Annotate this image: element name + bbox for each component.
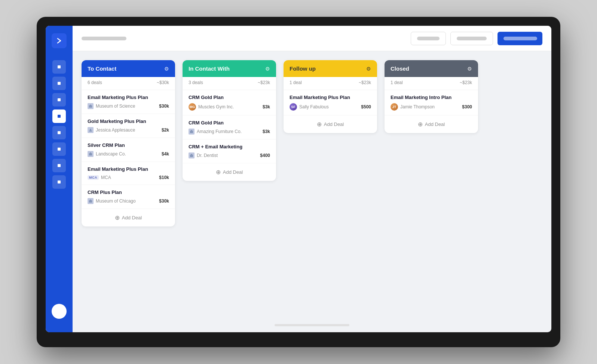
column-stats-follow-up: 1 deal ~$23k — [284, 77, 377, 90]
deal-card[interactable]: CRM Plus Plan Museum of Chicago $30k — [82, 185, 175, 209]
avatar: JT — [391, 103, 398, 111]
deals-count-follow-up: 1 deal — [290, 80, 302, 85]
column-header-to-contact: To Contact ⚙ — [82, 60, 175, 77]
company-icon — [88, 151, 94, 157]
svg-rect-4 — [90, 152, 91, 154]
gear-icon-closed[interactable]: ⚙ — [467, 66, 472, 72]
company-name: Museum of Chicago — [96, 198, 136, 204]
sidebar-item-3[interactable] — [52, 93, 66, 107]
deal-meta: Jessica Applesauce $2k — [88, 127, 169, 133]
sidebar-item-7[interactable] — [52, 159, 66, 172]
deal-amount: $30k — [159, 104, 169, 109]
column-header-follow-up: Follow up ⚙ — [284, 60, 377, 77]
deal-meta: MCA MCA $10k — [88, 175, 169, 180]
deal-company: MG Muscles Gym Inc. — [189, 103, 234, 111]
deal-company: JT Jamie Thompson — [391, 103, 435, 111]
company-name: Sally Fabulous — [299, 104, 329, 109]
filter-button[interactable] — [411, 32, 446, 45]
deal-company: MCA MCA — [88, 175, 111, 180]
deal-title: CRM Gold Plan — [189, 95, 270, 100]
deal-company: Museum of Science — [88, 103, 135, 109]
deal-amount: $500 — [361, 104, 371, 109]
deal-card[interactable]: Email Marketing Plus Plan MCA MCA $10k — [82, 162, 175, 185]
deal-company: SF Sally Fabulous — [290, 103, 329, 111]
add-deal-follow-up[interactable]: ⊕ Add Deal — [284, 115, 377, 133]
sidebar-nav — [52, 60, 66, 304]
deal-meta: MG Muscles Gym Inc. $3k — [189, 103, 270, 111]
svg-rect-1 — [90, 105, 91, 106]
company-name: Jamie Thompson — [400, 104, 435, 109]
company-icon — [88, 103, 94, 109]
company-icon — [189, 152, 195, 158]
column-to-contact: To Contact ⚙ 6 deals ~$30k Email Marketi… — [82, 60, 175, 226]
add-deal-to-contact[interactable]: ⊕ Add Deal — [82, 209, 175, 226]
column-title-in-contact: In Contact With — [189, 65, 230, 72]
column-title-to-contact: To Contact — [88, 65, 116, 72]
deal-title: CRM Plus Plan — [88, 189, 169, 195]
deal-card[interactable]: Silver CRM Plan Landscape Co. $4k — [82, 138, 175, 162]
deals-total-follow-up: ~$23k — [359, 80, 371, 85]
gear-icon-to-contact[interactable]: ⚙ — [164, 66, 169, 72]
gear-icon-follow-up[interactable]: ⚙ — [366, 66, 371, 72]
sidebar-avatar[interactable] — [52, 304, 67, 319]
column-title-follow-up: Follow up — [290, 65, 316, 72]
svg-rect-10 — [191, 154, 192, 155]
deal-company: Museum of Chicago — [88, 198, 136, 204]
sidebar-item-5[interactable] — [52, 126, 66, 139]
add-deal-label: Add Deal — [223, 169, 243, 175]
sidebar-item-1[interactable] — [52, 60, 66, 74]
topbar-title — [82, 37, 406, 40]
add-deal-label: Add Deal — [425, 121, 445, 127]
deal-company: Landscape Co. — [88, 151, 126, 157]
sidebar-item-2[interactable] — [52, 77, 66, 90]
deal-amount: $2k — [162, 127, 169, 133]
deal-card[interactable]: Email Marketing Plus Plan SF Sally Fabul… — [284, 90, 377, 115]
deal-card[interactable]: CRM Gold Plan Amazing Furniture Co. $3k — [183, 115, 276, 139]
deal-title: Email Marketing Plus Plan — [290, 95, 371, 100]
sidebar-logo[interactable] — [52, 33, 67, 48]
column-in-contact-with: In Contact With ⚙ 3 deals ~$23k CRM Gold… — [183, 60, 276, 181]
deal-amount: $4k — [162, 151, 169, 157]
deal-company: Jessica Applesauce — [88, 127, 135, 133]
deal-meta: Landscape Co. $4k — [88, 151, 169, 157]
group-by-button[interactable] — [450, 32, 493, 45]
sidebar-item-4-active[interactable] — [52, 109, 66, 123]
deal-card[interactable]: CRM + Email Marketing Dr. Dentist $400 — [183, 139, 276, 163]
deal-card[interactable]: Gold Marketing Plus Plan Jessica Applesa… — [82, 114, 175, 138]
deal-card[interactable]: CRM Gold Plan MG Muscles Gym Inc. $3k — [183, 90, 276, 115]
gear-icon-in-contact[interactable]: ⚙ — [265, 66, 270, 72]
deal-title: Gold Marketing Plus Plan — [88, 118, 169, 124]
column-stats-closed: 1 deal ~$23k — [385, 77, 478, 90]
column-closed: Closed ⚙ 1 deal ~$23k Email Marketing In… — [385, 60, 478, 133]
deal-card[interactable]: Email Marketing Plus Plan Museum of Scie… — [82, 90, 175, 114]
plus-icon: ⊕ — [216, 169, 221, 176]
deals-total-to-contact: ~$30k — [157, 80, 169, 85]
deals-count-closed: 1 deal — [391, 80, 403, 85]
company-name: Museum of Science — [96, 104, 135, 109]
company-icon — [189, 129, 195, 135]
mca-badge: MCA — [88, 175, 99, 180]
add-deal-label: Add Deal — [324, 121, 344, 127]
deal-title: Silver CRM Plan — [88, 142, 169, 148]
deals-total-closed: ~$23k — [460, 80, 472, 85]
deal-amount: $30k — [159, 198, 169, 204]
add-deal-button[interactable] — [498, 32, 542, 45]
plus-icon: ⊕ — [317, 121, 322, 128]
add-deal-in-contact[interactable]: ⊕ Add Deal — [183, 163, 276, 181]
deal-company: Dr. Dentist — [189, 152, 218, 158]
screen: To Contact ⚙ 6 deals ~$30k Email Marketi… — [46, 26, 551, 332]
sidebar-item-6[interactable] — [52, 142, 66, 156]
deal-card[interactable]: Email Marketing Intro Plan JT Jamie Thom… — [385, 90, 478, 115]
column-stats-in-contact: 3 deals ~$23k — [183, 77, 276, 90]
deal-amount: $3k — [263, 104, 270, 109]
deal-title: CRM Gold Plan — [189, 120, 270, 126]
company-name: Dr. Dentist — [197, 153, 218, 158]
deal-title: Email Marketing Intro Plan — [391, 95, 472, 100]
person-icon — [88, 127, 94, 133]
horizontal-scrollbar[interactable] — [275, 324, 349, 326]
deal-title: CRM + Email Marketing — [189, 144, 270, 149]
deal-meta: Museum of Chicago $30k — [88, 198, 169, 204]
sidebar-item-8[interactable] — [52, 175, 66, 189]
add-deal-closed[interactable]: ⊕ Add Deal — [385, 115, 478, 133]
avatar: MG — [189, 103, 196, 111]
